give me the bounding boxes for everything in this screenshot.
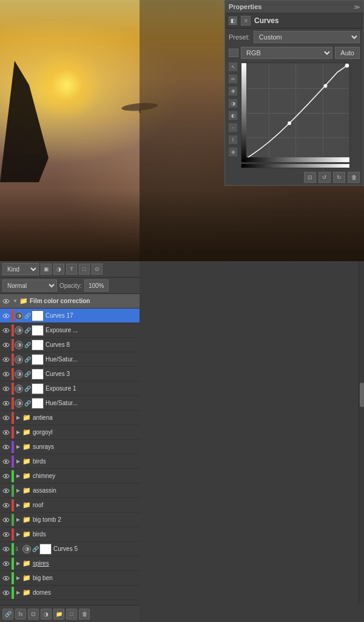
link-icon[interactable]: 🔗 [24, 371, 31, 378]
eye-exposure1[interactable] [1, 326, 11, 335]
previous-state-btn[interactable]: ↺ [318, 172, 331, 183]
link-icon[interactable]: 🔗 [24, 312, 31, 320]
eye-birds1[interactable] [1, 457, 11, 466]
layer-row-domes[interactable]: ▶ 📁 domes [0, 586, 140, 600]
opacity-input[interactable]: 100% [84, 279, 109, 292]
properties-collapse-btn[interactable]: ≫ [354, 4, 360, 10]
layers-scrollbar[interactable] [359, 261, 364, 605]
layer-row-bigben[interactable]: ▶ 📁 big ben [0, 571, 140, 586]
layer-row-antiena[interactable]: ▶ 📁 antiena [0, 411, 140, 425]
layer-row-bigtomb2[interactable]: ▶ 📁 big tomb 2 [0, 513, 140, 527]
group-expand[interactable]: ▶ [15, 487, 22, 494]
curves-wave[interactable]: ~ [228, 123, 238, 132]
select-tool[interactable]: ↖ [228, 62, 238, 72]
type-filter-btn[interactable]: T [66, 264, 77, 275]
layer-row-curves17[interactable]: ◑ 🔗 Curves 17 [0, 309, 140, 323]
group-expand[interactable]: ▶ [15, 458, 22, 465]
eye-exposure2[interactable] [1, 384, 11, 394]
layer-row-hue1[interactable]: ◑ 🔗 Hue/Satur... [0, 352, 140, 367]
layer-row-birds1[interactable]: ▶ 📁 birds [0, 454, 140, 469]
preset-select[interactable]: Custom Default Strong Contrast [254, 31, 360, 43]
delete-btn[interactable]: 🗑 [348, 172, 360, 183]
eye-gorgoyl[interactable] [1, 428, 11, 437]
group-expand[interactable]: ▶ [15, 560, 22, 567]
auto-button[interactable]: Auto [335, 47, 360, 59]
group-row-film-correction[interactable]: ▼ 📁 Film color correction [0, 294, 140, 309]
mask-btn[interactable]: ⊡ [28, 609, 39, 620]
eye-bigtomb2[interactable] [1, 515, 11, 525]
eye-assassin[interactable] [1, 486, 11, 496]
blend-mode-select[interactable]: Normal Multiply Screen Overlay [2, 279, 57, 292]
layer-row-birds2[interactable]: ▶ 📁 birds [0, 527, 140, 542]
pixel-filter-btn[interactable]: ▣ [41, 264, 52, 275]
layer-row-spires[interactable]: ▶ 📁 spires [0, 556, 140, 571]
link-icon[interactable]: 🔗 [24, 356, 31, 363]
layer-row-sunrays[interactable]: ▶ 📁 sunrays [0, 440, 140, 454]
layer-row-roof[interactable]: ▶ 📁 roof [0, 498, 140, 513]
group-expand[interactable]: ▶ [15, 414, 22, 422]
eye-sunrays[interactable] [1, 442, 11, 452]
eye-chimney[interactable] [1, 471, 11, 481]
delete-layer-btn[interactable]: 🗑 [79, 609, 90, 620]
folder-icon: 📁 [22, 531, 31, 538]
eye-roof[interactable] [1, 501, 11, 510]
shape-filter-btn[interactable]: □ [79, 264, 90, 275]
layer-row-curves8[interactable]: ◑ 🔗 Curves 8 [0, 338, 140, 352]
group-expand[interactable]: ▶ [15, 429, 22, 436]
channel-row: RGB Red Green Blue Auto [225, 46, 363, 60]
eye-bigben[interactable] [1, 573, 11, 583]
scroll-thumb[interactable] [360, 383, 364, 407]
adjustment-filter-btn[interactable]: ◑ [53, 264, 64, 275]
channel-select[interactable]: RGB Red Green Blue [241, 47, 332, 59]
eye-spires[interactable] [1, 559, 11, 569]
kind-select[interactable]: Kind [2, 263, 39, 275]
sample-tool[interactable]: ✥ [228, 86, 238, 96]
clip-mask-btn[interactable]: ⊡ [304, 172, 316, 183]
group-expand[interactable]: ▶ [15, 473, 22, 480]
link-btn[interactable]: 🔗 [2, 609, 13, 620]
eye-toggle[interactable] [1, 296, 11, 306]
link-icon[interactable]: 🔗 [32, 545, 39, 553]
group-expand[interactable]: ▶ [15, 531, 22, 538]
eye-birds2[interactable] [1, 530, 11, 539]
link-icon[interactable]: 🔗 [24, 327, 31, 334]
group-expand[interactable]: ▶ [15, 575, 22, 582]
eye-domes[interactable] [1, 588, 11, 598]
group-btn[interactable]: 📁 [53, 609, 64, 620]
eye-hue1[interactable] [1, 355, 11, 364]
link-icon[interactable]: 🔗 [24, 341, 31, 349]
smart-filter-btn[interactable]: ⊙ [92, 264, 103, 275]
curves-spline[interactable]: ⌇ [228, 135, 238, 145]
curves-graph[interactable] [241, 63, 350, 163]
eye-curves5[interactable] [1, 544, 11, 554]
layer-row-exposure1[interactable]: ◑ 🔗 Exposure ... [0, 323, 140, 338]
eye-curves17[interactable] [1, 311, 11, 321]
link-icon[interactable]: 🔗 [24, 385, 31, 392]
pin-icon[interactable]: ◧ [229, 16, 237, 25]
layer-row-curves3[interactable]: ◑ 🔗 Curves 3 [0, 367, 140, 381]
adjustment-new-btn[interactable]: ◑ [41, 609, 52, 620]
layer-row-chimney[interactable]: ▶ 📁 chimney [0, 469, 140, 484]
group-expand[interactable]: ▶ [15, 589, 22, 596]
layer-row-hue2[interactable]: ◑ 🔗 Hue/Satur... [0, 396, 140, 411]
layer-row-gorgoyl[interactable]: ▶ 📁 gorgoyl [0, 425, 140, 440]
new-layer-btn[interactable]: □ [66, 609, 77, 620]
eye-curves3[interactable] [1, 369, 11, 379]
pencil-tool[interactable]: ✏ [228, 74, 238, 84]
group-expand[interactable]: ▶ [15, 443, 22, 451]
fx-btn[interactable]: fx [15, 609, 26, 620]
layer-row-assassin[interactable]: ▶ 📁 assassin [0, 484, 140, 498]
eye-hue2[interactable] [1, 398, 11, 408]
layer-row-curves5[interactable]: ⇩ ◑ 🔗 Curves 5 [0, 542, 140, 556]
layer-row-exposure2[interactable]: ◑ 🔗 Exposure 1 [0, 381, 140, 396]
group-expand[interactable]: ▶ [15, 516, 22, 524]
reset-btn[interactable]: ↻ [333, 172, 345, 183]
group-expand[interactable]: ▶ [15, 502, 22, 509]
target-tool[interactable]: ⊕ [228, 147, 238, 157]
eye-antiena[interactable] [1, 413, 11, 423]
midtone-sample[interactable]: ◐ [228, 111, 238, 120]
link-icon[interactable]: 🔗 [24, 400, 31, 407]
eye-curves8[interactable] [1, 340, 11, 350]
shadow-sample[interactable]: ◑ [228, 98, 238, 108]
group-expand[interactable]: ▼ [12, 298, 19, 305]
